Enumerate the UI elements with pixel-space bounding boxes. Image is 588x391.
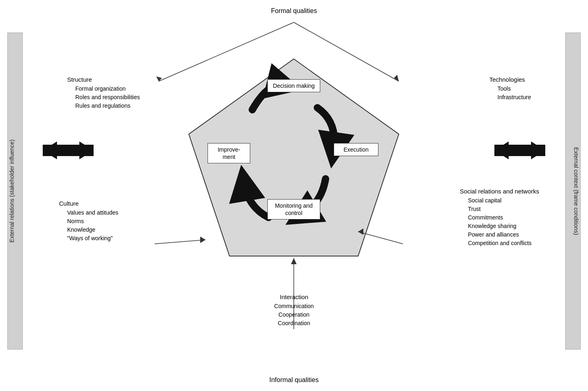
structure-title: Structure [67, 75, 140, 85]
culture-item-1: Values and attitudes [59, 209, 118, 217]
structure-item-3: Rules and regulations [67, 102, 140, 110]
diagram-container: External relations (stakeholder influenc… [0, 0, 588, 391]
technologies-title: Technologies [490, 75, 531, 85]
structure-item-1: Formal organization [67, 85, 140, 93]
text-culture: Culture Values and attitudes Norms Knowl… [59, 199, 118, 243]
svg-marker-9 [531, 141, 545, 159]
svg-line-0 [159, 22, 294, 81]
svg-marker-8 [494, 141, 509, 159]
culture-item-4: "Ways of working" [59, 234, 118, 243]
structure-item-2: Roles and responsibilities [67, 93, 140, 102]
box-monitoring-control: Monitoring and control [267, 199, 320, 219]
social-item-5: Power and alliances [460, 230, 539, 239]
social-item-2: Trust [460, 205, 539, 213]
svg-marker-11 [291, 258, 297, 264]
svg-marker-3 [394, 75, 399, 81]
interaction-item-2: Cooperation [274, 311, 314, 319]
social-item-6: Competition and conflicts [460, 239, 539, 248]
interaction-item-3: Coordination [274, 319, 314, 328]
box-execution: Execution [334, 143, 378, 156]
svg-line-12 [155, 240, 205, 244]
social-item-3: Commitments [460, 213, 539, 222]
culture-title: Culture [59, 199, 118, 209]
social-item-1: Social capital [460, 196, 539, 205]
culture-item-2: Norms [59, 217, 118, 226]
svg-marker-5 [43, 141, 57, 159]
text-technologies: Technologies Tools Infrastructure [490, 75, 531, 102]
svg-line-14 [358, 232, 403, 244]
box-decision-making: Decision making [267, 79, 320, 92]
text-interaction: Interaction Communication Cooperation Co… [274, 293, 314, 328]
text-structure: Structure Formal organization Roles and … [67, 75, 140, 110]
svg-marker-13 [200, 237, 205, 243]
technologies-item-1: Tools [490, 85, 531, 93]
interaction-title: Interaction [274, 293, 314, 302]
interaction-item-1: Communication [274, 302, 314, 311]
svg-marker-6 [79, 141, 94, 159]
text-social: Social relations and networks Social cap… [460, 187, 539, 248]
box-improvement: Improve-ment [208, 143, 250, 163]
social-title: Social relations and networks [460, 187, 539, 196]
technologies-item-2: Infrastructure [490, 93, 531, 102]
social-item-4: Knowledge sharing [460, 222, 539, 230]
culture-item-3: Knowledge [59, 226, 118, 234]
